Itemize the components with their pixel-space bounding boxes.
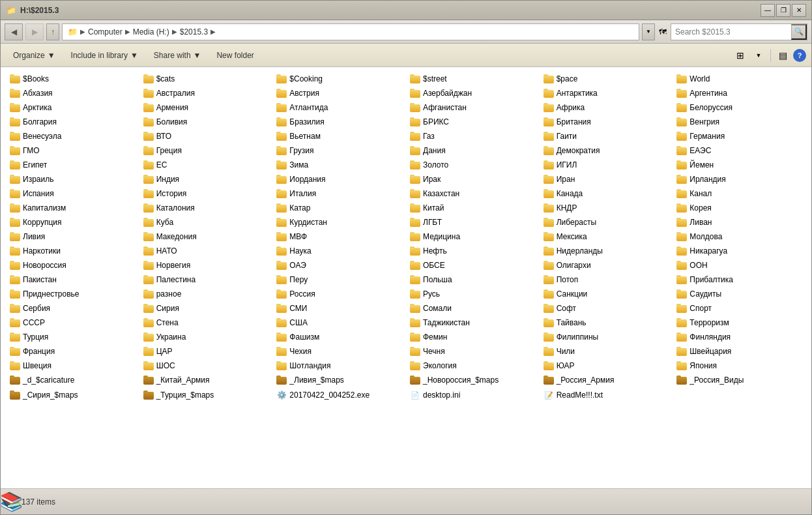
list-item[interactable]: Дания bbox=[406, 144, 540, 157]
list-item[interactable]: ЕАЭС bbox=[673, 144, 806, 157]
list-item[interactable]: _Россия_Армия bbox=[540, 374, 673, 387]
list-item[interactable]: Вьетнам bbox=[272, 130, 406, 143]
list-item[interactable]: Зима bbox=[272, 158, 406, 171]
list-item[interactable]: Белоруссия bbox=[673, 101, 806, 114]
list-item[interactable]: Ирак bbox=[406, 173, 540, 186]
list-item[interactable]: ЦАР bbox=[139, 345, 273, 358]
list-item[interactable]: Греция bbox=[139, 144, 273, 157]
list-item[interactable]: Финляндия bbox=[673, 331, 806, 344]
list-item[interactable]: ОБСЕ bbox=[406, 259, 540, 272]
list-item[interactable]: _Сирия_$maps bbox=[6, 388, 139, 402]
list-item[interactable]: Венесуэла bbox=[6, 130, 139, 143]
back-button[interactable]: ◀ bbox=[5, 23, 23, 40]
organize-button[interactable]: Organize ▼ bbox=[6, 46, 63, 65]
list-item[interactable]: НАТО bbox=[139, 244, 273, 258]
list-item[interactable]: Йемен bbox=[673, 158, 806, 171]
list-item[interactable]: Экология bbox=[406, 359, 540, 372]
list-item[interactable]: История bbox=[139, 187, 273, 200]
list-item[interactable]: Сирия bbox=[139, 302, 273, 315]
list-item[interactable]: Канал bbox=[673, 187, 806, 200]
list-item[interactable]: Ливан bbox=[673, 216, 806, 229]
list-item[interactable]: Аргентина bbox=[673, 87, 806, 100]
list-item[interactable]: Бразилия bbox=[272, 115, 406, 128]
list-item[interactable]: ГМО bbox=[6, 144, 139, 157]
list-item[interactable]: Спорт bbox=[673, 302, 806, 315]
list-item[interactable]: СССР bbox=[6, 316, 139, 329]
list-item[interactable]: КНДР bbox=[540, 201, 673, 214]
list-item[interactable]: $Books bbox=[6, 72, 139, 85]
list-item[interactable]: _Турция_$maps bbox=[139, 388, 273, 402]
list-item[interactable]: Терроризм bbox=[673, 316, 806, 329]
list-item[interactable]: Гаити bbox=[540, 130, 673, 143]
list-item[interactable]: Австрия bbox=[272, 87, 406, 100]
include-library-button[interactable]: Include in library ▼ bbox=[64, 46, 145, 65]
list-item[interactable]: Швеция bbox=[6, 359, 139, 372]
list-item[interactable]: Наркотики bbox=[6, 244, 139, 258]
restore-button[interactable]: ❐ bbox=[776, 4, 790, 17]
list-item[interactable]: ⚙️ 20170422_004252.exe bbox=[272, 388, 406, 402]
list-item[interactable]: Тайвань bbox=[540, 316, 673, 329]
list-item[interactable]: ООН bbox=[673, 259, 806, 272]
path-folder[interactable]: $2015.3 bbox=[180, 27, 208, 37]
minimize-button[interactable]: — bbox=[761, 4, 775, 17]
list-item[interactable]: _Новороссия_$maps bbox=[406, 374, 540, 387]
list-item[interactable]: Палестина bbox=[139, 273, 273, 286]
list-item[interactable]: Македония bbox=[139, 230, 273, 243]
list-item[interactable]: МВФ bbox=[272, 230, 406, 243]
list-item[interactable]: Венгрия bbox=[673, 115, 806, 128]
list-item[interactable]: _Китай_Армия bbox=[139, 374, 273, 387]
list-item[interactable]: 📝 ReadMe!!!.txt bbox=[540, 388, 673, 402]
list-item[interactable]: Катар bbox=[272, 201, 406, 214]
list-item[interactable]: Казахстан bbox=[406, 187, 540, 200]
list-item[interactable]: _Россия_Виды bbox=[673, 374, 806, 387]
list-item[interactable]: Потоп bbox=[540, 273, 673, 286]
view-icons-button[interactable]: ⊞ bbox=[732, 48, 748, 63]
new-folder-button[interactable]: New folder bbox=[209, 46, 261, 65]
list-item[interactable]: Грузия bbox=[272, 144, 406, 157]
list-item[interactable]: Перу bbox=[272, 273, 406, 286]
recent-button[interactable]: ▼ bbox=[642, 23, 655, 40]
help-button[interactable]: ? bbox=[793, 49, 806, 62]
list-item[interactable]: Молдова bbox=[673, 230, 806, 243]
list-item[interactable]: БРИКС bbox=[406, 115, 540, 128]
list-item[interactable]: Демократия bbox=[540, 144, 673, 157]
list-item[interactable]: разное bbox=[139, 287, 273, 301]
list-item[interactable]: Капитализм bbox=[6, 201, 139, 214]
list-item[interactable]: Либерасты bbox=[540, 216, 673, 229]
list-item[interactable]: Россия bbox=[272, 287, 406, 301]
list-item[interactable]: Турция bbox=[6, 331, 139, 344]
forward-button[interactable]: ▶ bbox=[25, 23, 44, 40]
list-item[interactable]: Сербия bbox=[6, 302, 139, 315]
close-button[interactable]: ✕ bbox=[792, 4, 806, 17]
list-item[interactable]: Чечня bbox=[406, 345, 540, 358]
path-computer[interactable]: Computer bbox=[88, 27, 123, 37]
list-item[interactable]: $pace bbox=[540, 72, 673, 85]
list-item[interactable]: Пакистан bbox=[6, 273, 139, 286]
list-item[interactable]: Золото bbox=[406, 158, 540, 171]
list-item[interactable]: Сомали bbox=[406, 302, 540, 315]
list-item[interactable]: $Cooking bbox=[272, 72, 406, 85]
preview-pane-button[interactable]: ▤ bbox=[775, 48, 790, 63]
list-item[interactable]: Иран bbox=[540, 173, 673, 186]
list-item[interactable]: Италия bbox=[272, 187, 406, 200]
list-item[interactable]: Атлантида bbox=[272, 101, 406, 114]
share-with-button[interactable]: Share with ▼ bbox=[147, 46, 209, 65]
list-item[interactable]: Чехия bbox=[272, 345, 406, 358]
list-item[interactable]: Нидерланды bbox=[540, 244, 673, 258]
list-item[interactable]: Нефть bbox=[406, 244, 540, 258]
search-input[interactable] bbox=[671, 27, 791, 37]
list-item[interactable]: Африка bbox=[540, 101, 673, 114]
list-item[interactable]: Болгария bbox=[6, 115, 139, 128]
list-item[interactable]: Ирландия bbox=[673, 173, 806, 186]
list-item[interactable]: Мексика bbox=[540, 230, 673, 243]
list-item[interactable]: Шотландия bbox=[272, 359, 406, 372]
list-item[interactable]: Филиппины bbox=[540, 331, 673, 344]
list-item[interactable]: Русь bbox=[406, 287, 540, 301]
list-item[interactable]: Египет bbox=[6, 158, 139, 171]
list-item[interactable]: Франция bbox=[6, 345, 139, 358]
list-item[interactable]: Австралия bbox=[139, 87, 273, 100]
list-item[interactable]: Китай bbox=[406, 201, 540, 214]
list-item[interactable]: Коррупция bbox=[6, 216, 139, 229]
list-item[interactable]: Канада bbox=[540, 187, 673, 200]
list-item[interactable]: Ливия bbox=[6, 230, 139, 243]
